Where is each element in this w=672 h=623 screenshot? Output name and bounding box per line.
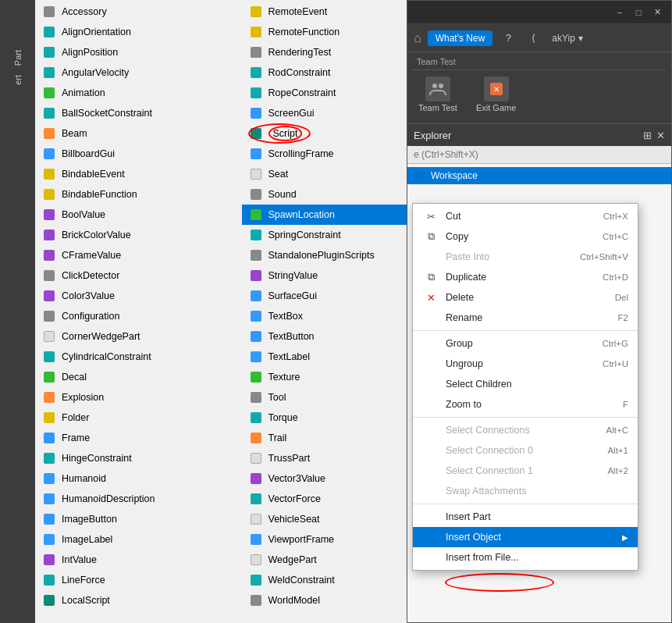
insert-item-cylindricalconstraint[interactable]: CylindricalConstraint bbox=[35, 347, 242, 367]
ctx-item-swap-attachments: Swap Attachments bbox=[413, 481, 638, 501]
user-dropdown-icon[interactable]: ▾ bbox=[578, 33, 583, 44]
ctx-item-duplicate[interactable]: ⧉DuplicateCtrl+D bbox=[413, 267, 638, 287]
insert-item-bindablefunction[interactable]: BindableFunction bbox=[35, 184, 242, 205]
team-test-button[interactable]: Team Test bbox=[412, 73, 464, 116]
ctx-label-zoom-to: Zoom to bbox=[446, 399, 607, 410]
studio-titlebar: − □ ✕ bbox=[407, 1, 671, 24]
ctx-label-delete: Delete bbox=[446, 292, 599, 303]
ctx-item-zoom-to[interactable]: Zoom toF bbox=[413, 394, 638, 415]
ctx-label-rename: Rename bbox=[446, 312, 603, 323]
insert-item-humanoiddescription[interactable]: HumanoidDescription bbox=[35, 489, 242, 509]
studio-toolbar: ⌂ What's New ? ⟨ akYip ▾ bbox=[407, 24, 671, 52]
ctx-label-insert-from-file: Insert from File... bbox=[446, 552, 628, 563]
whats-new-button[interactable]: What's New bbox=[428, 30, 493, 46]
insert-item-boolvalue[interactable]: BoolValue bbox=[35, 205, 242, 225]
insert-item-lineforce[interactable]: LineForce bbox=[35, 570, 242, 590]
insert-item-localscript[interactable]: LocalScript bbox=[35, 590, 242, 611]
ctx-item-insert-from-file[interactable]: Insert from File... bbox=[413, 547, 638, 568]
svg-text:✕: ✕ bbox=[493, 85, 500, 94]
ctx-shortcut-duplicate: Ctrl+D bbox=[603, 272, 628, 282]
insert-item-billboardgui[interactable]: BillboardGui bbox=[35, 144, 242, 164]
ctx-label-paste-into: Paste Into bbox=[446, 251, 564, 262]
explorer-search-input[interactable] bbox=[407, 146, 671, 164]
ctx-item-paste-into: Paste IntoCtrl+Shift+V bbox=[413, 247, 638, 267]
insert-item-alignorientation[interactable]: AlignOrientation bbox=[35, 22, 242, 42]
ctx-label-select-connections: Select Connections bbox=[446, 425, 591, 436]
minimize-button[interactable]: − bbox=[612, 5, 628, 20]
ctx-label-copy: Copy bbox=[446, 231, 587, 242]
ctx-shortcut-select-connection-0: Alt+1 bbox=[607, 446, 628, 455]
maximize-button[interactable]: □ bbox=[631, 5, 646, 20]
ctx-label-select-connection-1: Select Connection 1 bbox=[446, 465, 592, 476]
insert-item-cornerwedgepart[interactable]: CornerWedgePart bbox=[35, 326, 242, 347]
share-button[interactable]: ⟨ bbox=[524, 29, 542, 48]
insert-item-decal[interactable]: Decal bbox=[35, 367, 242, 387]
ctx-item-delete[interactable]: ✕DeleteDel bbox=[413, 287, 638, 308]
insert-item-clickdetector[interactable]: ClickDetector bbox=[35, 265, 242, 286]
ctx-shortcut-cut: Ctrl+X bbox=[603, 212, 628, 221]
ctx-shortcut-zoom-to: F bbox=[623, 400, 628, 409]
insert-item-hingeconstraint[interactable]: HingeConstraint bbox=[35, 448, 242, 468]
insert-item-angularvelocity[interactable]: AngularVelocity bbox=[35, 62, 242, 83]
explorer-close-button[interactable]: ✕ bbox=[656, 130, 665, 141]
studio-actions: Team Test Team Test ✕ bbox=[407, 52, 671, 124]
context-menu-separator bbox=[413, 330, 638, 331]
insert-item-intvalue[interactable]: IntValue bbox=[35, 550, 242, 570]
insert-tab-label[interactable]: ert bbox=[13, 72, 23, 88]
insert-item-bindableevent[interactable]: BindableEvent bbox=[35, 164, 242, 184]
ctx-item-select-children[interactable]: Select Children bbox=[413, 374, 638, 394]
ctx-shortcut-group: Ctrl+G bbox=[602, 339, 628, 348]
insert-item-folder[interactable]: Folder bbox=[35, 408, 242, 428]
insert-col-1: AccessoryAlignOrientationAlignPositionAn… bbox=[35, 0, 242, 623]
insert-item-ballsocketconstraint[interactable]: BallSocketConstraint bbox=[35, 103, 242, 123]
left-sidebar: Part ert bbox=[0, 0, 35, 623]
insert-item-explosion[interactable]: Explosion bbox=[35, 387, 242, 408]
team-test-icon bbox=[425, 77, 450, 101]
close-button[interactable]: ✕ bbox=[649, 5, 665, 20]
ctx-item-group[interactable]: GroupCtrl+G bbox=[413, 333, 638, 354]
ctx-item-insert-object[interactable]: Insert Object▶ bbox=[413, 527, 638, 547]
home-icon[interactable]: ⌂ bbox=[414, 31, 421, 45]
ctx-label-group: Group bbox=[446, 338, 586, 349]
ctx-label-ungroup: Ungroup bbox=[446, 358, 587, 369]
insert-item-accessory[interactable]: Accessory bbox=[35, 2, 242, 22]
exit-game-label: Exit Game bbox=[476, 103, 516, 112]
ctx-shortcut-paste-into: Ctrl+Shift+V bbox=[580, 252, 628, 262]
ctx-item-select-connection-1: Select Connection 1Alt+2 bbox=[413, 461, 638, 481]
exit-game-button[interactable]: ✕ Exit Game bbox=[470, 73, 522, 116]
ctx-item-rename[interactable]: RenameF2 bbox=[413, 308, 638, 328]
ctx-shortcut-ungroup: Ctrl+U bbox=[603, 359, 628, 368]
insert-item-humanoid[interactable]: Humanoid bbox=[35, 468, 242, 489]
exit-game-icon: ✕ bbox=[484, 77, 509, 101]
ctx-label-select-connection-0: Select Connection 0 bbox=[446, 445, 592, 456]
tree-item-workspace[interactable]: ⊞ Workspace bbox=[407, 167, 671, 184]
ctx-item-ungroup[interactable]: UngroupCtrl+U bbox=[413, 354, 638, 374]
insert-item-imagebutton[interactable]: ImageButton bbox=[35, 509, 242, 529]
explorer-title: Explorer bbox=[414, 130, 451, 141]
explorer-pin-button[interactable]: ⊞ bbox=[643, 130, 652, 141]
ctx-icon-cut: ✂ bbox=[422, 211, 439, 222]
insert-item-beam[interactable]: Beam bbox=[35, 123, 242, 144]
ctx-shortcut-select-connections: Alt+C bbox=[606, 425, 628, 435]
insert-item-cframevalue[interactable]: CFrameValue bbox=[35, 245, 242, 265]
explorer-header-buttons: ⊞ ✕ bbox=[643, 130, 665, 141]
ctx-label-swap-attachments: Swap Attachments bbox=[446, 486, 628, 497]
part-tab-label[interactable]: Part bbox=[13, 47, 23, 69]
ctx-item-insert-part[interactable]: Insert Part bbox=[413, 507, 638, 527]
insert-item-animation[interactable]: Animation bbox=[35, 83, 242, 103]
help-button[interactable]: ? bbox=[499, 29, 517, 48]
ctx-icon-copy: ⧉ bbox=[422, 230, 439, 243]
workspace-label: Workspace bbox=[431, 170, 478, 181]
insert-item-imagelabel[interactable]: ImageLabel bbox=[35, 529, 242, 550]
insert-item-configuration[interactable]: Configuration bbox=[35, 306, 242, 326]
insert-item-frame[interactable]: Frame bbox=[35, 428, 242, 448]
ctx-shortcut-copy: Ctrl+C bbox=[603, 232, 628, 241]
ctx-item-copy[interactable]: ⧉CopyCtrl+C bbox=[413, 226, 638, 247]
user-name: akYip bbox=[552, 33, 575, 44]
ctx-label-insert-part: Insert Part bbox=[446, 511, 628, 522]
ctx-icon-duplicate: ⧉ bbox=[422, 271, 439, 283]
insert-item-color3value[interactable]: Color3Value bbox=[35, 286, 242, 306]
ctx-item-cut[interactable]: ✂CutCtrl+X bbox=[413, 206, 638, 226]
insert-item-brickcolorvalue[interactable]: BrickColorValue bbox=[35, 225, 242, 245]
insert-item-alignposition[interactable]: AlignPosition bbox=[35, 42, 242, 62]
